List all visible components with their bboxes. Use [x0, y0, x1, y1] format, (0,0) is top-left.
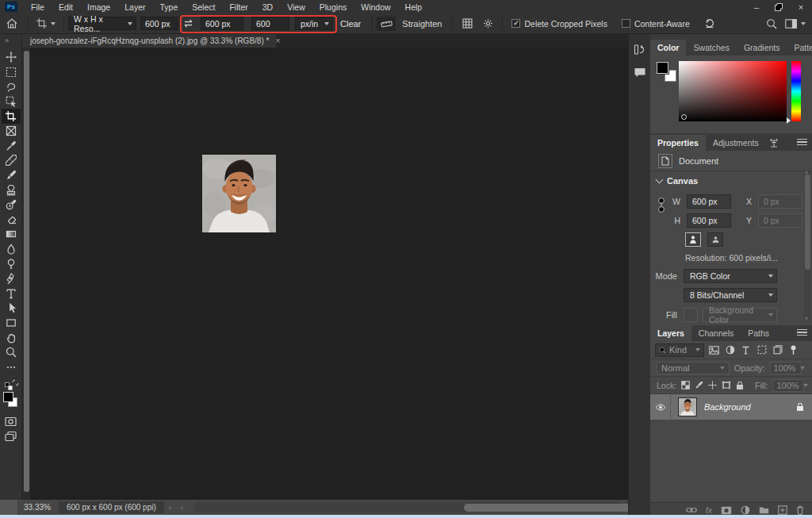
quick-mask-mode[interactable] [2, 414, 21, 429]
delete-cropped-pixels-checkbox[interactable]: ✓ Delete Cropped Pixels [507, 19, 611, 29]
panel-menu-icon[interactable] [797, 137, 807, 148]
brush-tool[interactable] [2, 168, 21, 183]
tab-patterns[interactable]: Patterns [787, 40, 812, 56]
swap-dimensions-icon[interactable] [180, 19, 196, 28]
rectangle-tool[interactable] [2, 316, 21, 331]
status-expand-icon[interactable]: › [169, 504, 171, 512]
tab-channels[interactable]: Channels [691, 325, 741, 341]
default-swap-colors-icon[interactable] [5, 379, 17, 390]
color-mode-select[interactable]: RGB Color [684, 269, 777, 283]
filter-shape-layers-icon[interactable] [756, 344, 768, 356]
filter-adjustment-layers-icon[interactable] [724, 344, 736, 356]
properties-scrollbar[interactable]: ˄ ˅ [804, 171, 811, 320]
object-selection-tool[interactable] [2, 94, 21, 109]
crop-width-field[interactable]: 600 px [140, 17, 178, 30]
fx-icon[interactable]: fx [706, 505, 712, 515]
document-image[interactable] [202, 155, 276, 232]
layer-filter-toggle[interactable] [787, 344, 799, 356]
eraser-tool[interactable] [2, 213, 21, 228]
libraries-tab-icon[interactable] [766, 135, 782, 151]
landscape-orientation-button[interactable] [707, 232, 723, 247]
rectangular-marquee-tool[interactable] [2, 65, 21, 80]
overlay-grid-icon[interactable] [457, 18, 477, 29]
lasso-tool[interactable] [2, 79, 21, 94]
trash-icon[interactable] [796, 505, 804, 515]
link-icon[interactable] [686, 507, 697, 513]
panel-menu-icon[interactable] [797, 328, 807, 338]
pen-tool[interactable] [2, 271, 21, 286]
section-collapse-icon[interactable] [656, 176, 664, 184]
lock-transparent-pixels-icon[interactable] [681, 381, 690, 389]
fill-field[interactable]: 100% [772, 379, 804, 392]
move-tool[interactable] [2, 50, 21, 65]
lock-image-pixels-icon[interactable] [695, 381, 703, 389]
filter-type-layers-icon[interactable] [740, 344, 752, 356]
type-tool[interactable] [2, 286, 21, 301]
close-button[interactable]: × [790, 0, 812, 13]
new-layer-icon[interactable] [778, 505, 787, 515]
fill-select[interactable]: Background Color [703, 308, 777, 322]
spot-healing-brush-tool[interactable] [2, 153, 21, 168]
canvas-y-field[interactable]: 0 px [758, 213, 802, 228]
content-aware-checkbox[interactable]: Content-Aware [612, 19, 699, 29]
adjustment-layer-icon[interactable] [741, 505, 750, 515]
scroll-down-icon[interactable]: ˅ [805, 316, 808, 321]
filter-kind-select[interactable]: Kind [655, 343, 704, 357]
filter-pixel-layers-icon[interactable] [708, 344, 720, 356]
crop-height-field[interactable]: 600 px [201, 17, 243, 30]
clone-stamp-tool[interactable] [2, 182, 21, 198]
group-folder-icon[interactable] [759, 506, 769, 514]
layer-row-background[interactable]: Background [650, 394, 812, 420]
comments-panel-icon[interactable] [634, 67, 646, 79]
crop-resolution-field[interactable]: 600 [251, 17, 289, 30]
clear-button[interactable]: Clear [333, 19, 368, 29]
zoom-tool[interactable] [2, 345, 21, 360]
menu-select[interactable]: Select [185, 0, 222, 13]
dodge-tool[interactable] [2, 256, 21, 271]
layer-visibility-toggle[interactable] [650, 394, 671, 420]
screen-mode[interactable] [2, 429, 21, 444]
layer-name[interactable]: Background [704, 402, 796, 412]
vertical-scrollbar[interactable] [22, 48, 30, 500]
tab-color[interactable]: Color [650, 40, 686, 56]
layer-mask-icon[interactable] [721, 506, 732, 515]
menu-plugins[interactable]: Plugins [312, 0, 354, 13]
reset-icon[interactable] [699, 18, 720, 29]
tab-adjustments[interactable]: Adjustments [706, 135, 766, 151]
history-brush-tool[interactable] [2, 198, 21, 213]
canvas-area[interactable] [22, 48, 628, 500]
portrait-orientation-button[interactable] [685, 232, 701, 247]
canvas-section-header[interactable]: Canvas [650, 171, 812, 190]
tools-expand-icon[interactable]: » [5, 36, 8, 44]
zoom-level[interactable]: 33.33% [24, 503, 51, 512]
opacity-field[interactable]: 100% [770, 362, 802, 374]
horizontal-scrollbar[interactable] [194, 502, 622, 512]
menu-file[interactable]: File [24, 0, 52, 13]
hue-slider[interactable] [791, 61, 801, 121]
menu-help[interactable]: Help [398, 0, 430, 13]
history-panel-icon[interactable] [634, 44, 645, 56]
menu-image[interactable]: Image [80, 0, 117, 13]
resolution-unit-select[interactable]: px/in [295, 17, 333, 30]
edit-toolbar-ellipsis[interactable] [2, 359, 21, 374]
lock-position-icon[interactable] [708, 381, 717, 389]
tab-gradients[interactable]: Gradients [737, 40, 787, 56]
home-icon[interactable] [0, 18, 24, 29]
straighten-button[interactable]: Straighten [396, 19, 448, 29]
layer-thumbnail[interactable] [678, 397, 697, 416]
hue-slider-cursor[interactable] [787, 117, 791, 124]
blur-tool[interactable] [2, 242, 21, 257]
tab-layers[interactable]: Layers [650, 325, 691, 341]
menu-type[interactable]: Type [152, 0, 185, 13]
restore-button[interactable] [768, 0, 790, 13]
menu-window[interactable]: Window [354, 0, 397, 13]
workspace-select-icon[interactable] [782, 19, 809, 29]
menu-filter[interactable]: Filter [222, 0, 255, 13]
menu-edit[interactable]: Edit [52, 0, 80, 13]
bit-depth-select[interactable]: 8 Bits/Channel [684, 288, 777, 302]
fill-color-swatch[interactable] [684, 308, 698, 322]
eyedropper-tool[interactable] [2, 139, 21, 154]
canvas-x-field[interactable]: 0 px [758, 194, 802, 209]
straighten-icon[interactable] [377, 17, 396, 31]
lock-all-icon[interactable] [736, 381, 744, 390]
